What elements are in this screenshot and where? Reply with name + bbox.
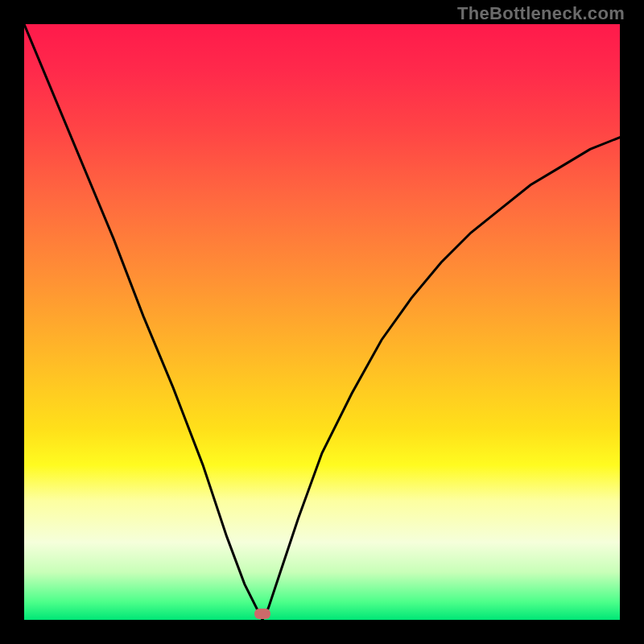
chart-frame: TheBottleneck.com [0,0,644,644]
attribution-label: TheBottleneck.com [457,3,625,24]
optimum-marker [254,609,270,619]
bottleneck-curve [24,24,620,620]
curve-path [24,24,620,620]
plot-area [24,24,620,620]
